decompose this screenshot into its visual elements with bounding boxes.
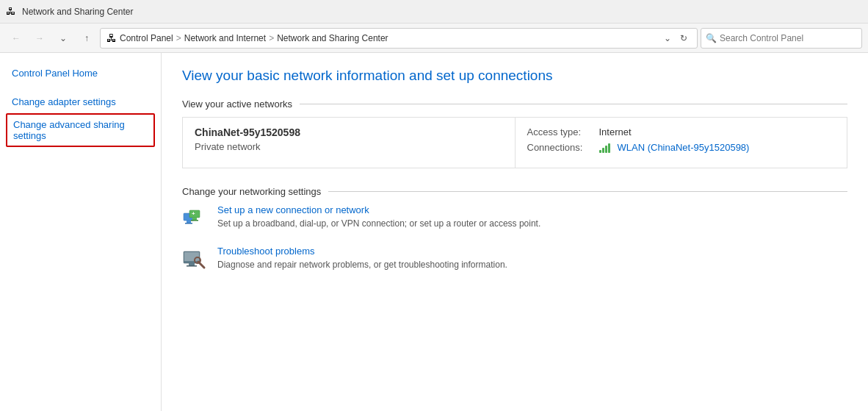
forward-button[interactable]: → (29, 28, 50, 49)
breadcrumb-ni: Network and Internet (184, 33, 266, 43)
address-bar-icon: 🖧 (106, 32, 117, 44)
troubleshoot-desc: Diagnose and repair network problems, or… (217, 260, 507, 270)
main-area: Control Panel Home Change adapter settin… (0, 53, 868, 411)
search-input[interactable] (720, 33, 857, 43)
new-connection-link[interactable]: Set up a new connection or network (217, 204, 540, 215)
svg-rect-9 (189, 263, 195, 265)
address-bar[interactable]: 🖧 Control Panel > Network and Internet >… (100, 28, 698, 49)
svg-rect-2 (185, 223, 192, 224)
address-dropdown-icon[interactable]: ⌄ (662, 33, 673, 43)
svg-rect-5 (191, 220, 198, 221)
new-connection-icon: + (182, 204, 209, 231)
wifi-bar-1 (599, 150, 601, 153)
settings-section: Change your networking settings (182, 186, 847, 272)
new-connection-desc: Set up a broadband, dial-up, or VPN conn… (217, 218, 540, 229)
troubleshoot-link[interactable]: Troubleshoot problems (217, 246, 507, 257)
page-title: View your basic network information and … (182, 68, 847, 84)
troubleshoot-icon (182, 246, 209, 272)
sidebar: Control Panel Home Change adapter settin… (0, 53, 162, 411)
content-area: View your basic network information and … (162, 53, 868, 411)
svg-rect-10 (187, 265, 197, 267)
sidebar-highlighted-box: Change advanced sharing settings (6, 113, 155, 147)
new-connection-text: Set up a new connection or network Set u… (217, 204, 540, 229)
wifi-bar-2 (602, 148, 604, 153)
search-bar[interactable]: 🔍 (701, 28, 862, 49)
svg-text:+: + (192, 210, 195, 217)
svg-rect-1 (187, 221, 191, 223)
svg-rect-8 (184, 252, 199, 261)
network-name: ChinaNet-95y1520598 (195, 126, 503, 138)
breadcrumb-cp: Control Panel (120, 33, 173, 43)
nav-bar: ← → ⌄ ↑ 🖧 Control Panel > Network and In… (0, 24, 868, 53)
connections-row: Connections: WLAN (ChinaNet-95y1520598) (527, 142, 836, 153)
troubleshoot-svg (182, 246, 209, 272)
access-type-row: Access type: Internet (527, 126, 836, 137)
search-icon: 🔍 (706, 33, 717, 43)
wifi-signal-icon (599, 143, 610, 153)
connection-link[interactable]: WLAN (ChinaNet-95y1520598) (618, 142, 750, 153)
title-bar-icon: 🖧 (6, 6, 18, 18)
connections-label: Connections: (527, 142, 593, 153)
access-type-value: Internet (599, 126, 632, 137)
breadcrumb-nsc: Network and Sharing Center (277, 33, 388, 43)
wifi-bar-3 (605, 146, 607, 153)
breadcrumb-path: Control Panel > Network and Internet > N… (120, 33, 659, 43)
up-button[interactable]: ↑ (76, 28, 97, 49)
wifi-bar-4 (608, 143, 610, 153)
network-info-box: ChinaNet-95y1520598 Private network Acce… (182, 117, 847, 168)
troubleshoot-text: Troubleshoot problems Diagnose and repai… (217, 246, 507, 270)
title-bar: 🖧 Network and Sharing Center (0, 0, 868, 24)
active-networks-header: View your active networks (182, 99, 847, 110)
title-bar-text: Network and Sharing Center (22, 7, 133, 17)
network-right-panel: Access type: Internet Connections: WLAN … (516, 118, 847, 168)
back-button[interactable]: ← (6, 28, 26, 49)
refresh-icon[interactable]: ↻ (676, 33, 691, 43)
recent-locations-button[interactable]: ⌄ (53, 28, 73, 49)
access-type-label: Access type: (527, 126, 593, 137)
change-settings-header: Change your networking settings (182, 186, 847, 197)
sidebar-adapter-settings-link[interactable]: Change adapter settings (0, 93, 161, 110)
breadcrumb-sep-2: > (269, 33, 274, 43)
breadcrumb-sep-1: > (176, 33, 181, 43)
network-left-panel: ChinaNet-95y1520598 Private network (183, 118, 516, 168)
sidebar-home-link[interactable]: Control Panel Home (0, 65, 161, 82)
sidebar-advanced-sharing-link[interactable]: Change advanced sharing settings (13, 118, 148, 143)
network-type: Private network (195, 141, 503, 152)
new-connection-svg: + (182, 204, 209, 231)
svg-rect-4 (192, 218, 197, 220)
new-connection-item: + Set up a new connection or network Set… (182, 204, 847, 231)
troubleshoot-item: Troubleshoot problems Diagnose and repai… (182, 246, 847, 272)
